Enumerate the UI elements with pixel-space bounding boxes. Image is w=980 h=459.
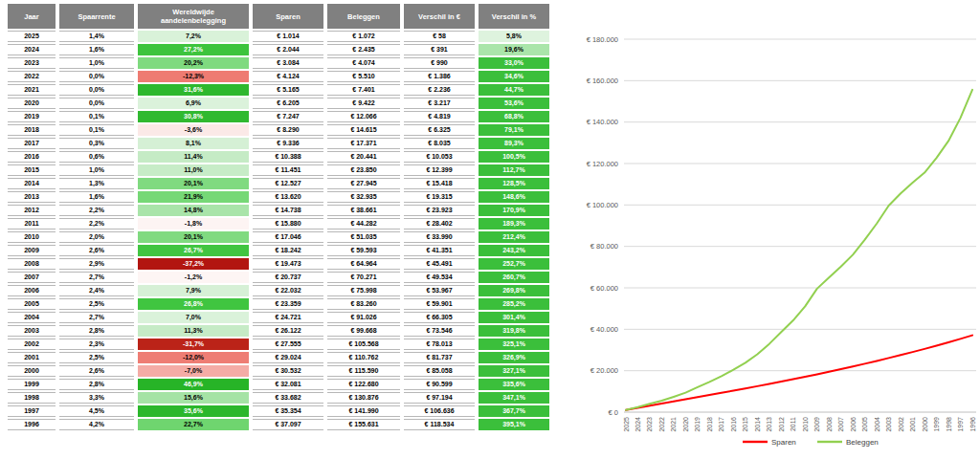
- x-axis-tick-label: 2000: [922, 417, 928, 432]
- cell-spaarrente: 3,3%: [59, 392, 134, 404]
- table-row: 20052,5%26,8%€ 23.359€ 83.260€ 59.901285…: [8, 298, 549, 310]
- cell-beleggen: € 5.510: [327, 71, 400, 82]
- table-row: 20032,8%11,3%€ 26.122€ 99.668€ 73.546319…: [8, 325, 549, 337]
- x-axis-tick-label: 2015: [742, 417, 748, 432]
- cell-sparen: € 30.532: [253, 365, 323, 377]
- cell-spaarrente: 0,1%: [59, 111, 134, 122]
- cell-beleggen: € 155.631: [327, 419, 400, 430]
- y-axis-tick-label: € 180.000: [587, 35, 618, 44]
- table-row: 20042,7%7,0%€ 24.721€ 91.026€ 66.305301,…: [8, 312, 549, 323]
- y-axis-tick-label: € 0: [609, 408, 618, 417]
- cell-jaar: 2015: [8, 164, 56, 176]
- cell-beleggen: € 91.026: [327, 312, 400, 323]
- cell-verschil-pct: 269,8%: [479, 285, 549, 296]
- cell-beleggen: € 130.876: [327, 392, 400, 404]
- cell-beleggen: € 20.441: [327, 151, 400, 163]
- x-axis-tick-label: 2023: [646, 417, 653, 432]
- cell-rendement: 26,8%: [138, 298, 249, 310]
- cell-verschil-eur: € 41.351: [404, 245, 475, 256]
- cell-beleggen: € 14.615: [327, 124, 400, 136]
- cell-rendement: -12,0%: [138, 352, 249, 363]
- table-row: 20231,0%20,2%€ 3.084€ 4.074€ 99033,0%: [8, 57, 549, 69]
- table-row: 20122,2%14,8%€ 14.738€ 38.661€ 23.923170…: [8, 205, 549, 216]
- x-axis-tick-label: 2016: [730, 417, 737, 432]
- cell-rendement: 11,3%: [138, 325, 249, 337]
- cell-verschil-eur: € 391: [404, 44, 475, 55]
- cell-sparen: € 27.555: [253, 339, 323, 350]
- cell-rendement: 20,2%: [138, 57, 249, 69]
- spreadsheet-report: { "table": { "headers": ["Jaar", "Spaarr…: [0, 0, 980, 459]
- cell-verschil-eur: € 118.534: [404, 419, 475, 430]
- cell-sparen: € 19.473: [253, 258, 323, 270]
- cell-verschil-eur: € 81.737: [404, 352, 475, 363]
- cell-spaarrente: 0,0%: [59, 98, 134, 109]
- cell-sparen: € 6.205: [253, 98, 323, 109]
- cell-sparen: € 33.682: [253, 392, 323, 404]
- cell-verschil-eur: € 8.035: [404, 138, 475, 149]
- x-axis-tick-label: 1996: [969, 417, 976, 432]
- cell-sparen: € 13.620: [253, 191, 323, 203]
- cell-jaar: 2003: [8, 325, 56, 337]
- cell-beleggen: € 12.066: [327, 111, 400, 122]
- cell-jaar: 2019: [8, 111, 56, 122]
- cell-rendement: 30,8%: [138, 111, 249, 122]
- cell-verschil-pct: 301,4%: [479, 312, 549, 323]
- cell-verschil-eur: € 3.217: [404, 98, 475, 109]
- cell-rendement: 46,9%: [138, 379, 249, 390]
- table-row: 20112,2%-1,8%€ 15.880€ 44.282€ 28.402189…: [8, 218, 549, 230]
- x-axis-tick-label: 2010: [802, 417, 809, 432]
- cell-beleggen: € 83.260: [327, 298, 400, 310]
- column-header-verschil-eur: Verschil in €: [404, 4, 475, 29]
- cell-verschil-pct: 285,2%: [479, 298, 549, 310]
- cell-beleggen: € 64.964: [327, 258, 400, 270]
- cell-sparen: € 1.014: [253, 31, 323, 42]
- cell-verschil-pct: 189,3%: [479, 218, 549, 230]
- cell-sparen: € 37.097: [253, 419, 323, 430]
- line-chart-panel: € 0€ 20.000€ 40.000€ 60.000€ 80.000€ 100…: [574, 0, 980, 459]
- cell-verschil-pct: 5,8%: [479, 31, 549, 42]
- cell-verschil-eur: € 90.599: [404, 379, 475, 390]
- cell-jaar: 2024: [8, 44, 56, 55]
- table-row: 20022,3%-31,7%€ 27.555€ 105.568€ 78.0133…: [8, 339, 549, 350]
- x-axis-tick-label: 2017: [718, 417, 724, 432]
- column-header-beleggen: Beleggen: [327, 4, 400, 29]
- cell-beleggen: € 51.035: [327, 231, 400, 243]
- cell-rendement: -3,6%: [138, 124, 249, 136]
- cell-beleggen: € 115.590: [327, 365, 400, 377]
- cell-rendement: 7,2%: [138, 31, 249, 42]
- cell-verschil-pct: 128,5%: [479, 178, 549, 189]
- results-table-panel: JaarSpaarrenteWereldwijde aandelenbelegg…: [4, 2, 570, 432]
- x-axis-tick-label: 1999: [933, 417, 940, 432]
- cell-verschil-pct: 212,4%: [479, 231, 549, 243]
- cell-verschil-pct: 260,7%: [479, 272, 549, 283]
- x-axis-tick-label: 2014: [754, 417, 761, 432]
- table-row: 20002,6%-7,0%€ 30.532€ 115.590€ 85.05832…: [8, 365, 549, 377]
- table-row: 19964,2%22,7%€ 37.097€ 155.631€ 118.5343…: [8, 419, 549, 430]
- cell-jaar: 2007: [8, 272, 56, 283]
- cell-jaar: 2020: [8, 98, 56, 109]
- cell-sparen: € 2.044: [253, 44, 323, 55]
- cell-verschil-eur: € 49.534: [404, 272, 475, 283]
- table-row: 20092,6%26,7%€ 18.242€ 59.593€ 41.351243…: [8, 245, 549, 256]
- cell-verschil-eur: € 1.386: [404, 71, 475, 82]
- cell-jaar: 2006: [8, 285, 56, 296]
- table-row: 20241,6%27,2%€ 2.044€ 2.435€ 39119,6%: [8, 44, 549, 55]
- cell-rendement: -1,2%: [138, 272, 249, 283]
- cell-rendement: 6,9%: [138, 98, 249, 109]
- cell-spaarrente: 2,6%: [59, 245, 134, 256]
- x-axis-tick-label: 2013: [766, 417, 772, 432]
- cell-sparen: € 11.451: [253, 164, 323, 176]
- column-header-verschil-pct: Verschil in %: [479, 4, 549, 29]
- cell-jaar: 1998: [8, 392, 56, 404]
- cell-sparen: € 35.354: [253, 405, 323, 417]
- cell-spaarrente: 2,6%: [59, 365, 134, 377]
- x-axis-tick-label: 2024: [635, 417, 641, 432]
- cell-verschil-eur: € 53.967: [404, 285, 475, 296]
- cell-rendement: 8,1%: [138, 138, 249, 149]
- cell-sparen: € 5.165: [253, 84, 323, 96]
- table-row: 20012,5%-12,0%€ 29.024€ 110.762€ 81.7373…: [8, 352, 549, 363]
- cell-jaar: 2017: [8, 138, 56, 149]
- x-axis-tick-label: 2007: [837, 417, 844, 432]
- table-row: 20082,9%-37,2%€ 19.473€ 64.964€ 45.49125…: [8, 258, 549, 270]
- cell-rendement: 7,9%: [138, 285, 249, 296]
